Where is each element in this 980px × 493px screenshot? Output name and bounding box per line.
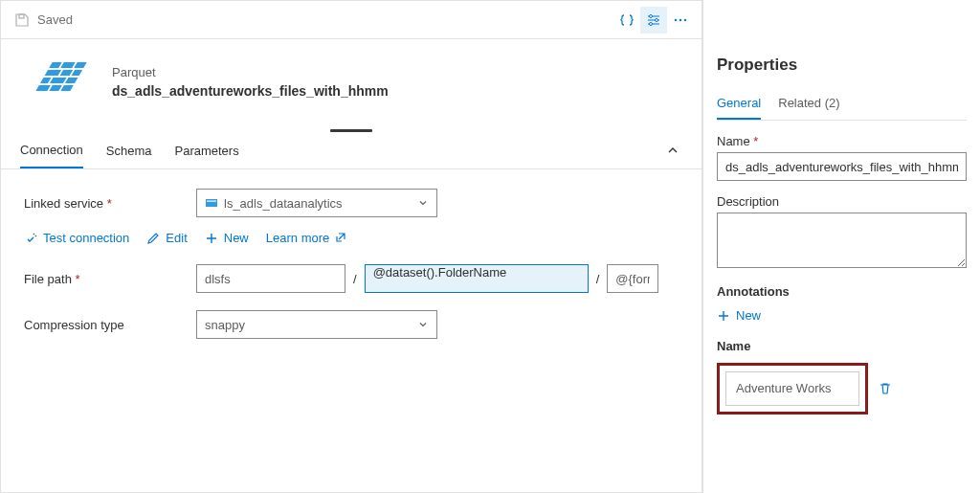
linked-service-label: Linked service *	[24, 196, 196, 211]
svg-rect-10	[45, 70, 61, 76]
add-annotation-button[interactable]: New	[717, 308, 761, 323]
edit-button[interactable]: Edit	[146, 231, 187, 245]
pencil-icon	[146, 232, 160, 245]
chevron-down-icon	[417, 319, 429, 330]
svg-rect-9	[74, 62, 86, 68]
svg-rect-20	[207, 201, 216, 202]
file-path-container-input[interactable]	[196, 264, 345, 293]
properties-title: Properties	[717, 56, 967, 75]
tabs-row: Connection Schema Parameters	[1, 133, 702, 169]
test-connection-button[interactable]: Test connection	[24, 231, 129, 245]
svg-point-5	[679, 19, 681, 21]
learn-more-link[interactable]: Learn more	[266, 231, 348, 245]
external-link-icon	[335, 232, 348, 245]
description-field-label: Description	[717, 194, 967, 209]
plug-icon	[24, 232, 37, 245]
dataset-type-label: Parquet	[112, 65, 389, 79]
svg-point-2	[656, 19, 658, 22]
svg-point-3	[650, 23, 653, 26]
compression-type-select[interactable]: snappy	[196, 310, 437, 339]
svg-point-6	[684, 19, 686, 21]
dataset-name-label: ds_adls_adventureworks_files_with_hhmm	[112, 83, 389, 99]
svg-point-1	[650, 15, 653, 18]
svg-point-4	[675, 19, 677, 21]
more-ellipsis-icon[interactable]	[667, 7, 694, 34]
tab-connection[interactable]: Connection	[20, 133, 83, 168]
properties-panel: Properties General Related (2) Name * De…	[702, 0, 980, 493]
annotation-name-input[interactable]	[725, 371, 859, 406]
save-icon	[14, 12, 30, 28]
svg-rect-19	[206, 199, 217, 207]
dataset-name-input[interactable]	[717, 152, 967, 181]
path-separator: /	[594, 272, 602, 286]
trash-icon	[878, 381, 893, 396]
compression-type-value: snappy	[205, 318, 245, 332]
parquet-icon	[35, 58, 97, 104]
tab-schema[interactable]: Schema	[106, 134, 152, 168]
new-linked-service-button[interactable]: New	[205, 231, 249, 245]
svg-rect-15	[65, 78, 78, 83]
compression-type-label: Compression type	[24, 318, 196, 332]
svg-rect-11	[60, 70, 73, 76]
delete-annotation-button[interactable]	[878, 381, 893, 396]
linked-service-value: ls_adls_dataanalytics	[224, 196, 343, 211]
tab-related[interactable]: Related (2)	[778, 90, 839, 120]
dataset-header: Parquet ds_adls_adventureworks_files_wit…	[1, 39, 702, 127]
file-path-folder-input[interactable]: @dataset().FolderName	[365, 264, 589, 293]
main-editor-panel: Saved	[0, 0, 702, 493]
code-braces-icon[interactable]	[613, 7, 640, 34]
svg-rect-14	[50, 78, 66, 83]
plus-icon	[205, 232, 218, 245]
svg-rect-18	[60, 85, 73, 91]
chevron-down-icon	[417, 197, 429, 209]
description-textarea[interactable]	[717, 213, 967, 268]
annotations-label: Annotations	[717, 284, 967, 299]
file-path-label: File path *	[24, 272, 196, 286]
svg-rect-17	[49, 85, 61, 91]
annotation-name-label: Name	[717, 339, 967, 353]
svg-rect-0	[19, 14, 24, 18]
linked-service-select[interactable]: ls_adls_dataanalytics	[196, 189, 437, 217]
annotation-highlight	[717, 363, 868, 415]
name-field-label: Name *	[717, 134, 967, 148]
tab-general[interactable]: General	[717, 90, 761, 120]
plus-icon	[717, 309, 730, 323]
storage-icon	[205, 196, 218, 210]
svg-rect-12	[72, 70, 82, 76]
saved-status: Saved	[37, 12, 73, 27]
svg-rect-16	[35, 85, 50, 91]
tab-parameters[interactable]: Parameters	[174, 134, 238, 168]
svg-rect-13	[40, 78, 51, 83]
path-separator: /	[351, 272, 359, 286]
collapse-chevron-icon[interactable]	[663, 141, 682, 160]
filter-settings-icon[interactable]	[640, 7, 667, 34]
file-path-filename-input[interactable]	[607, 264, 658, 293]
top-toolbar: Saved	[1, 1, 702, 39]
svg-rect-8	[60, 62, 75, 68]
svg-rect-7	[49, 62, 61, 68]
